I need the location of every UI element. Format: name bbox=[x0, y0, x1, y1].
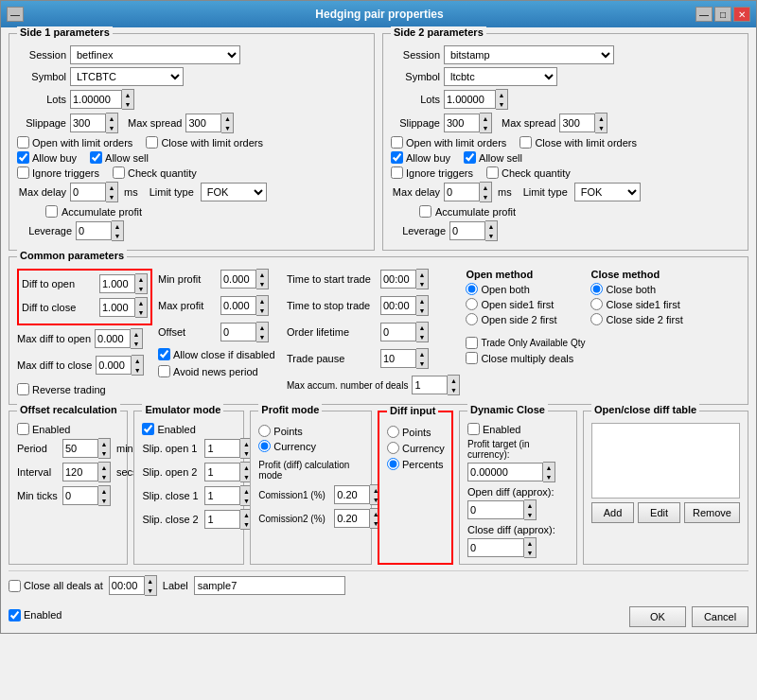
trade-pause-input[interactable] bbox=[380, 349, 416, 368]
side2-maxspread-input[interactable] bbox=[559, 114, 595, 132]
period-up[interactable]: ▲ bbox=[98, 439, 110, 448]
side2-maxspread-down[interactable]: ▼ bbox=[595, 123, 607, 132]
side2-slippage-input[interactable] bbox=[444, 114, 480, 132]
offset-down[interactable]: ▼ bbox=[256, 332, 268, 341]
close-side2-radio[interactable] bbox=[590, 313, 603, 325]
profit-currency-radio[interactable] bbox=[258, 440, 271, 452]
side2-leverage-up[interactable]: ▲ bbox=[485, 221, 497, 231]
slip-open2-input[interactable] bbox=[204, 463, 240, 481]
side2-check-qty-check[interactable] bbox=[486, 166, 499, 179]
time-start-down[interactable]: ▼ bbox=[416, 279, 428, 289]
time-stop-input[interactable] bbox=[380, 296, 416, 315]
side1-accumulate-check[interactable] bbox=[45, 205, 58, 218]
side2-leverage-down[interactable]: ▼ bbox=[485, 231, 497, 240]
emulator-enabled-check[interactable] bbox=[142, 423, 154, 435]
open-diff-up[interactable]: ▲ bbox=[524, 500, 536, 510]
close-all-time-input[interactable] bbox=[109, 576, 145, 595]
commission2-input[interactable] bbox=[334, 509, 370, 528]
side1-leverage-input[interactable] bbox=[76, 221, 112, 240]
trade-pause-down[interactable]: ▼ bbox=[416, 359, 428, 368]
profit-points-radio[interactable] bbox=[258, 425, 271, 437]
side1-symbol-select[interactable]: LTCBTC bbox=[70, 67, 184, 86]
side1-lots-up[interactable]: ▲ bbox=[122, 90, 133, 99]
add-button[interactable]: Add bbox=[591, 502, 634, 523]
side2-accumulate-check[interactable] bbox=[419, 205, 431, 218]
side1-check-qty-check[interactable] bbox=[113, 166, 125, 179]
min-ticks-down[interactable]: ▼ bbox=[98, 496, 110, 505]
side2-allow-sell-check[interactable] bbox=[464, 151, 476, 164]
cancel-button[interactable]: Cancel bbox=[692, 606, 748, 627]
remove-button[interactable]: Remove bbox=[684, 502, 740, 523]
side1-maxdelay-up[interactable]: ▲ bbox=[106, 183, 117, 192]
max-accum-down[interactable]: ▼ bbox=[448, 385, 459, 394]
avoid-news-check[interactable] bbox=[158, 365, 170, 377]
close-diff-input[interactable] bbox=[467, 538, 524, 557]
side1-slippage-up[interactable]: ▲ bbox=[106, 114, 117, 123]
close-all-check[interactable] bbox=[9, 580, 21, 592]
order-lifetime-down[interactable]: ▼ bbox=[416, 332, 428, 341]
side1-lots-input[interactable] bbox=[70, 90, 122, 109]
side1-maxspread-input[interactable] bbox=[185, 114, 221, 132]
side2-slippage-down[interactable]: ▼ bbox=[480, 123, 491, 132]
side1-close-limit-check[interactable] bbox=[146, 136, 158, 149]
slip-close1-input[interactable] bbox=[204, 486, 240, 505]
profit-target-up[interactable]: ▲ bbox=[543, 463, 555, 472]
close-diff-down[interactable]: ▼ bbox=[524, 548, 536, 557]
trade-only-check[interactable] bbox=[466, 337, 478, 349]
maximize-btn[interactable]: □ bbox=[714, 7, 731, 22]
time-start-input[interactable] bbox=[380, 270, 416, 289]
order-lifetime-input[interactable] bbox=[380, 323, 416, 341]
close-side1-radio[interactable] bbox=[590, 298, 603, 310]
trade-pause-up[interactable]: ▲ bbox=[416, 349, 428, 359]
max-diff-close-input[interactable] bbox=[96, 356, 132, 375]
side1-slippage-input[interactable] bbox=[70, 114, 106, 132]
close-diff-up[interactable]: ▲ bbox=[524, 538, 536, 548]
max-profit-input[interactable] bbox=[220, 296, 256, 315]
side2-maxdelay-up[interactable]: ▲ bbox=[480, 183, 491, 192]
open-diff-down[interactable]: ▼ bbox=[524, 510, 536, 519]
side1-maxdelay-input[interactable] bbox=[70, 183, 106, 201]
diff-to-open-down[interactable]: ▼ bbox=[135, 284, 147, 293]
side1-leverage-down[interactable]: ▼ bbox=[112, 231, 123, 240]
dynamic-close-enabled-check[interactable] bbox=[467, 423, 480, 435]
allow-close-disabled-check[interactable] bbox=[158, 348, 170, 360]
min-profit-up[interactable]: ▲ bbox=[256, 270, 268, 279]
offset-enabled-check[interactable] bbox=[17, 423, 29, 435]
side2-slippage-up[interactable]: ▲ bbox=[480, 114, 491, 123]
open-diff-input[interactable] bbox=[467, 500, 524, 519]
min-profit-input[interactable] bbox=[220, 270, 256, 289]
max-profit-up[interactable]: ▲ bbox=[256, 296, 268, 306]
interval-up[interactable]: ▲ bbox=[98, 463, 110, 472]
open-both-radio[interactable] bbox=[466, 283, 478, 295]
side2-limittype-select[interactable]: FOK bbox=[574, 183, 641, 201]
slip-close2-input[interactable] bbox=[204, 510, 240, 529]
close-btn[interactable]: ✕ bbox=[733, 7, 750, 22]
minimize-btn[interactable]: — bbox=[695, 7, 713, 22]
side2-lots-down[interactable]: ▼ bbox=[496, 99, 507, 109]
side2-symbol-select[interactable]: ltcbtc bbox=[444, 67, 557, 86]
side1-open-limit-check[interactable] bbox=[17, 136, 29, 149]
time-start-up[interactable]: ▲ bbox=[416, 270, 428, 279]
profit-target-down[interactable]: ▼ bbox=[543, 472, 555, 481]
max-profit-down[interactable]: ▼ bbox=[256, 306, 268, 315]
diff-to-open-input[interactable] bbox=[99, 274, 135, 293]
side2-leverage-input[interactable] bbox=[449, 221, 485, 240]
min-ticks-input[interactable] bbox=[62, 486, 98, 505]
max-diff-open-down[interactable]: ▼ bbox=[131, 339, 142, 348]
close-all-time-up[interactable]: ▲ bbox=[145, 576, 156, 586]
open-side2-radio[interactable] bbox=[466, 313, 478, 325]
side2-open-limit-check[interactable] bbox=[391, 136, 403, 149]
max-diff-close-down[interactable]: ▼ bbox=[132, 365, 143, 375]
side1-maxspread-down[interactable]: ▼ bbox=[221, 123, 233, 132]
side2-close-limit-check[interactable] bbox=[519, 136, 532, 149]
max-accum-input[interactable] bbox=[412, 376, 448, 394]
interval-down[interactable]: ▼ bbox=[98, 472, 110, 481]
side2-maxdelay-input[interactable] bbox=[444, 183, 480, 201]
diff-to-open-up[interactable]: ▲ bbox=[135, 274, 147, 284]
side1-slippage-down[interactable]: ▼ bbox=[106, 123, 117, 132]
side1-session-select[interactable]: betfinex bbox=[70, 45, 240, 64]
offset-up[interactable]: ▲ bbox=[256, 323, 268, 332]
side1-limittype-select[interactable]: FOK bbox=[201, 183, 267, 201]
close-multiply-check[interactable] bbox=[466, 352, 478, 364]
diff-to-close-up[interactable]: ▲ bbox=[135, 298, 147, 307]
